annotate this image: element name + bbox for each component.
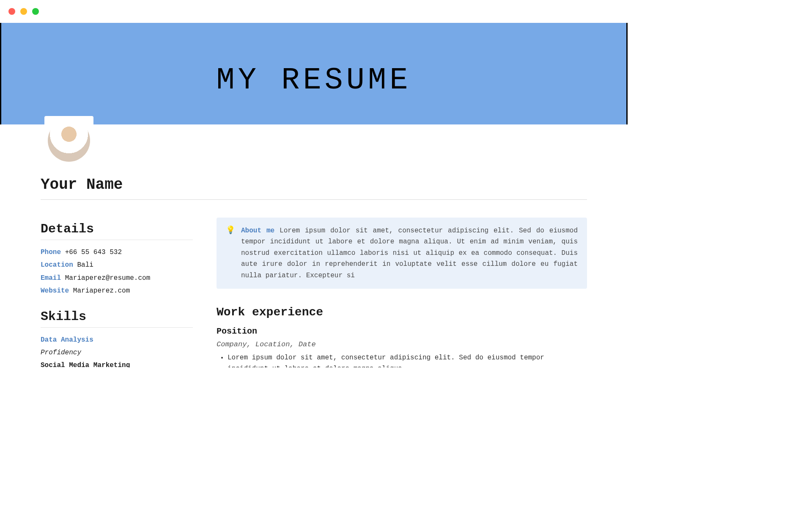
lightbulb-icon: 💡 (226, 225, 235, 281)
hero-title: MY RESUME (217, 63, 411, 98)
page-title: Your Name (41, 176, 587, 193)
minimize-icon[interactable] (20, 8, 27, 15)
email-label: Email (41, 274, 61, 282)
skill-level: Profidency (41, 346, 193, 359)
detail-website: Website Mariaperez.com (41, 284, 193, 297)
detail-phone: Phone +66 55 643 532 (41, 246, 193, 259)
divider (41, 199, 587, 200)
work-heading: Work experience (217, 306, 587, 319)
about-title: About me (241, 227, 274, 235)
location-value: Bali (77, 261, 93, 269)
skill-name: Social Media Marketing (41, 359, 193, 367)
about-body: About me Lorem ipsum dolor sit amet, con… (241, 225, 578, 281)
hero-banner: MY RESUME (0, 23, 628, 124)
avatar-frame (44, 116, 93, 165)
about-text: Lorem ipsum dolor sit amet, consectetur … (241, 227, 578, 279)
about-callout: 💡 About me Lorem ipsum dolor sit amet, c… (217, 218, 587, 289)
skills-heading: Skills (41, 309, 193, 324)
website-label: Website (41, 287, 69, 295)
sidebar-column: Details Phone +66 55 643 532 Location Ba… (41, 210, 193, 367)
divider (41, 240, 193, 240)
bullet-item: Lorem ipsum dolor sit amet, consectetur … (228, 353, 587, 367)
maximize-icon[interactable] (32, 8, 39, 15)
details-heading: Details (41, 222, 193, 236)
email-value: Mariaperez@resume.com (65, 274, 151, 282)
detail-email: Email Mariaperez@resume.com (41, 272, 193, 284)
close-icon[interactable] (8, 8, 15, 15)
avatar-image (48, 119, 90, 162)
location-label: Location (41, 261, 73, 269)
website-value: Mariaperez.com (73, 287, 130, 295)
skill-name: Data Analysis (41, 334, 193, 346)
position-bullets: Lorem ipsum dolor sit amet, consectetur … (217, 353, 587, 367)
phone-label: Phone (41, 248, 61, 256)
window-titlebar (0, 0, 628, 23)
detail-location: Location Bali (41, 259, 193, 271)
main-column: 💡 About me Lorem ipsum dolor sit amet, c… (217, 210, 587, 367)
position-meta: Company, Location, Date (217, 340, 587, 348)
phone-value: +66 55 643 532 (65, 248, 122, 256)
position-title: Position (217, 326, 587, 336)
divider (41, 327, 193, 328)
